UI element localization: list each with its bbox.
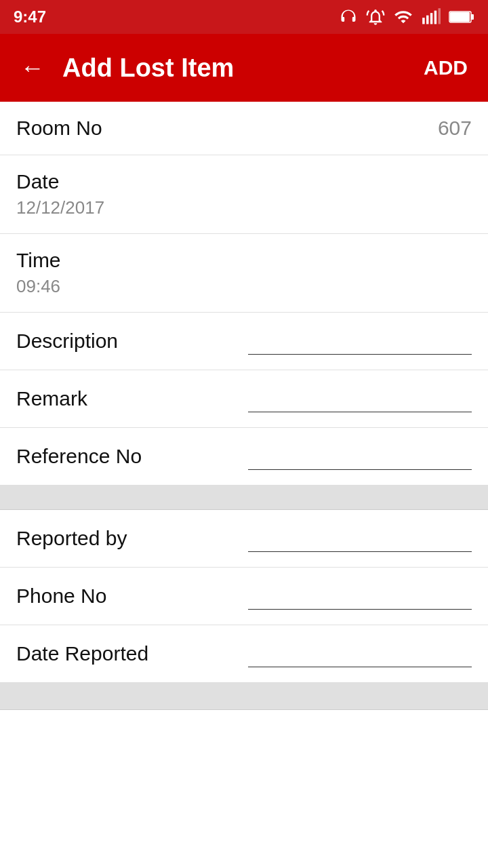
time-value: 09:46 [16,276,60,297]
date-row[interactable]: Date 12/12/2017 [0,155,488,234]
bottom-separator [0,683,488,710]
reference-no-label: Reference No [16,445,142,468]
date-label: Date [16,170,59,193]
svg-rect-2 [430,13,433,24]
date-reported-label: Date Reported [16,642,148,665]
svg-rect-1 [426,16,429,24]
reference-no-input[interactable] [248,443,472,470]
section-separator [0,486,488,510]
description-label: Description [16,330,118,353]
description-row: Description [0,313,488,370]
page-title: Add Lost Item [62,54,417,83]
reported-by-label: Reported by [16,527,127,550]
date-reported-row: Date Reported [0,625,488,683]
status-icons [339,7,474,26]
reported-by-input[interactable] [248,525,472,552]
remark-label: Remark [16,387,87,410]
back-button[interactable]: ← [14,47,52,89]
room-no-row[interactable]: Room No 607 [0,102,488,155]
room-no-label: Room No [16,117,102,140]
toolbar: ← Add Lost Item ADD [0,34,488,102]
phone-no-label: Phone No [16,585,106,608]
signal-icon [422,7,441,26]
status-time: 9:47 [14,7,46,26]
svg-rect-7 [450,12,470,22]
date-reported-input[interactable] [248,640,472,667]
svg-rect-4 [439,8,441,24]
time-row[interactable]: Time 09:46 [0,234,488,313]
svg-rect-3 [434,11,437,24]
time-label: Time [16,249,61,272]
remark-row: Remark [0,370,488,428]
remark-input[interactable] [248,385,472,412]
room-no-value: 607 [438,117,472,140]
reported-by-row: Reported by [0,510,488,568]
date-value: 12/12/2017 [16,197,104,218]
form-list: Room No 607 Date 12/12/2017 Time 09:46 D… [0,102,488,710]
add-button[interactable]: ADD [417,50,474,86]
svg-rect-6 [471,14,474,20]
phone-no-input[interactable] [248,583,472,610]
headphone-icon [339,7,358,26]
phone-no-row: Phone No [0,568,488,625]
status-bar: 9:47 [0,0,488,34]
wifi-icon [393,7,413,26]
svg-rect-0 [422,18,425,24]
battery-icon [449,9,474,24]
reference-no-row: Reference No [0,428,488,486]
description-input[interactable] [248,328,472,355]
alarm-icon [366,7,385,26]
